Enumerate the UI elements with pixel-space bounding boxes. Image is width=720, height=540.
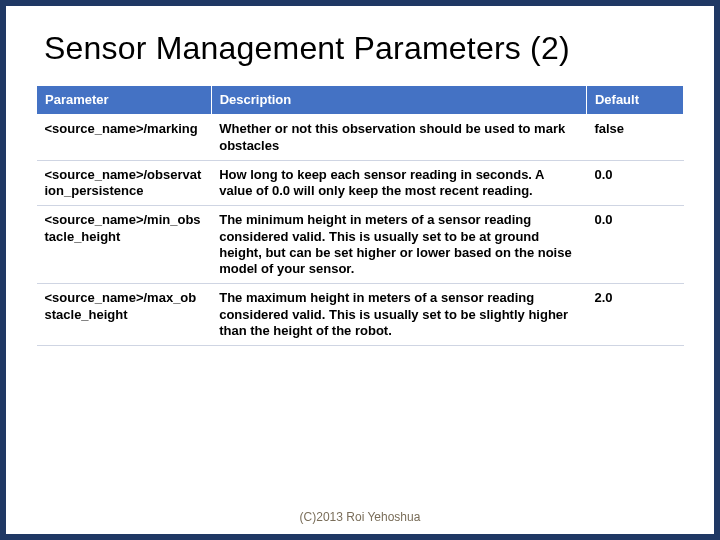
cell-param: <source_name>/max_obstacle_height — [37, 284, 212, 346]
footer-copyright: (C)2013 Roi Yehoshua — [6, 510, 714, 524]
table-row: <source_name>/observation_persistence Ho… — [37, 160, 684, 206]
cell-def: 0.0 — [586, 206, 683, 284]
cell-param: <source_name>/observation_persistence — [37, 160, 212, 206]
table-row: <source_name>/marking Whether or not thi… — [37, 115, 684, 161]
cell-param: <source_name>/min_obstacle_height — [37, 206, 212, 284]
slide-frame: Sensor Management Parameters (2) Paramet… — [0, 0, 720, 540]
table-row: <source_name>/max_obstacle_height The ma… — [37, 284, 684, 346]
col-header-parameter: Parameter — [37, 86, 212, 115]
table-row: <source_name>/min_obstacle_height The mi… — [37, 206, 684, 284]
cell-def: 0.0 — [586, 160, 683, 206]
table-header-row: Parameter Description Default — [37, 86, 684, 115]
cell-desc: The minimum height in meters of a sensor… — [211, 206, 586, 284]
cell-def: false — [586, 115, 683, 161]
cell-desc: How long to keep each sensor reading in … — [211, 160, 586, 206]
parameter-table: Parameter Description Default <source_na… — [36, 85, 684, 346]
col-header-default: Default — [586, 86, 683, 115]
col-header-description: Description — [211, 86, 586, 115]
cell-param: <source_name>/marking — [37, 115, 212, 161]
cell-desc: Whether or not this observation should b… — [211, 115, 586, 161]
page-title: Sensor Management Parameters (2) — [44, 30, 684, 67]
cell-def: 2.0 — [586, 284, 683, 346]
cell-desc: The maximum height in meters of a sensor… — [211, 284, 586, 346]
